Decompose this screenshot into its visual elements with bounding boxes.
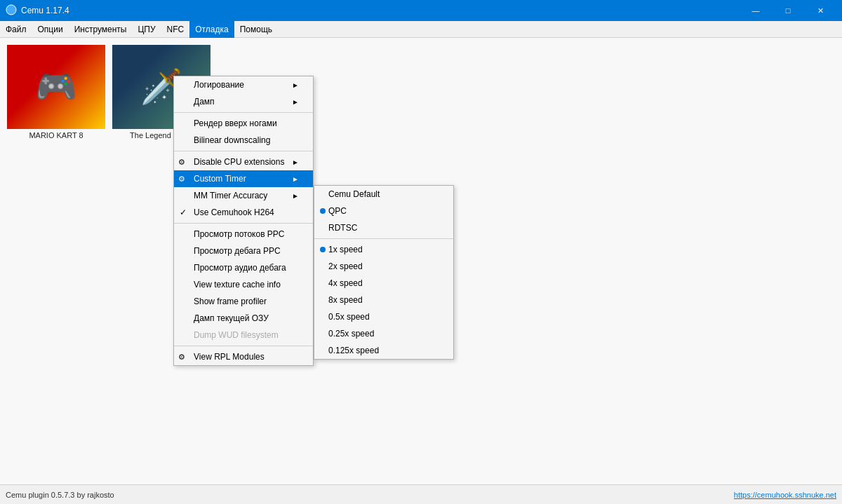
debug-view-audio[interactable]: Просмотр аудио дебага [174,259,313,276]
debug-view-debug[interactable]: Просмотр дебага РРС [174,243,313,259]
debug-view-rpl[interactable]: ⚙ View RPL Modules [174,348,313,365]
separator [314,238,453,239]
timer-0125x-speed[interactable]: 0.125x speed [314,342,453,359]
timer-8x-speed[interactable]: 8x speed [314,292,453,308]
debug-texture-cache[interactable]: View texture cache info [174,276,313,293]
arrow-icon: ► [292,81,299,89]
timer-2x-speed[interactable]: 2x speed [314,258,453,275]
debug-frame-profiler[interactable]: Show frame profiler [174,293,313,310]
separator [174,346,313,346]
app-title: Cemu 1.17.4 [21,6,740,15]
status-website-link[interactable]: https://cemuhook.sshnuke.net [734,491,836,499]
close-button[interactable]: ✕ [804,0,836,21]
cpu-icon: ⚙ [178,158,185,167]
debug-dropdown: Логирование ► Дамп ► Рендер вверх ногами… [173,76,314,366]
debug-view-threads[interactable]: Просмотр потоков РРС [174,226,313,243]
menu-cpu[interactable]: ЦПУ [132,21,161,38]
menu-options[interactable]: Опции [32,21,69,38]
debug-disable-cpu[interactable]: ⚙ Disable CPU extensions ► [174,154,313,170]
debug-dump-ram[interactable]: Дамп текущей ОЗУ [174,310,313,327]
timer-qpc[interactable]: QPC [314,203,453,219]
svg-point-0 [6,5,16,15]
main-content: MARIO KART 8 The Legend of Z... Логирова… [0,38,842,484]
debug-cemuhook-h264[interactable]: ✓ Use Cemuhook H264 [174,204,313,221]
custom-timer-submenu: Cemu Default QPC RDTSC 1x speed 2x speed… [314,185,454,360]
radio-selected-icon [320,247,326,252]
timer-1x-speed[interactable]: 1x speed [314,241,453,258]
arrow-icon: ► [292,98,299,106]
debug-dump[interactable]: Дамп ► [174,93,313,110]
debug-mm-timer[interactable]: MM Timer Accuracy ► [174,187,313,204]
mario-kart-label: MARIO KART 8 [7,131,105,139]
radio-selected-icon [320,208,326,214]
minimize-button[interactable]: — [740,0,772,21]
arrow-icon: ► [292,192,299,200]
mario-kart-image [7,45,105,129]
menu-nfc[interactable]: NFC [161,21,190,38]
separator [174,112,313,113]
titlebar: Cemu 1.17.4 — □ ✕ [0,0,842,21]
separator [174,223,313,224]
timer-05x-speed[interactable]: 0.5x speed [314,308,453,325]
maximize-button[interactable]: □ [772,0,804,21]
arrow-icon: ► [292,158,299,166]
timer-rdtsc[interactable]: RDTSC [314,219,453,236]
debug-dump-wud: Dump WUD filesystem [174,327,313,343]
timer-icon: ⚙ [178,175,185,184]
menubar: Файл Опции Инструменты ЦПУ NFC Отладка П… [0,21,842,38]
timer-cemu-default[interactable]: Cemu Default [314,186,453,203]
statusbar: Cemu plugin 0.5.7.3 by rajkosto https://… [0,484,842,504]
menu-file[interactable]: Файл [0,21,32,38]
debug-logging[interactable]: Логирование ► [174,76,313,93]
menu-help[interactable]: Помощь [234,21,278,38]
status-plugin-info: Cemu plugin 0.5.7.3 by rajkosto [6,491,114,499]
separator [174,151,313,151]
checkmark-icon: ✓ [180,207,187,217]
app-icon [6,4,17,18]
debug-bilinear[interactable]: Bilinear downscaling [174,132,313,149]
game-mario-kart[interactable]: MARIO KART 8 [7,45,105,139]
menu-tools[interactable]: Инструменты [69,21,133,38]
debug-render-flip[interactable]: Рендер вверх ногами [174,115,313,132]
timer-4x-speed[interactable]: 4x speed [314,275,453,292]
menu-debug[interactable]: Отладка [189,21,234,38]
rpl-icon: ⚙ [178,353,185,362]
arrow-icon: ► [292,175,299,183]
window-controls: — □ ✕ [740,0,836,21]
debug-custom-timer[interactable]: ⚙ Custom Timer ► [174,170,313,187]
timer-025x-speed[interactable]: 0.25x speed [314,325,453,342]
